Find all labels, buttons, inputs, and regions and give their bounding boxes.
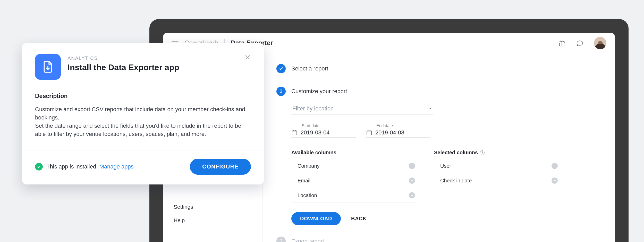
step-2-label: Customize your report: [291, 88, 347, 95]
installed-text: This app is installed.: [46, 163, 98, 170]
selected-columns-title-text: Selected columns: [434, 150, 478, 156]
add-column-button[interactable]: [409, 192, 415, 198]
content: Select a report 2 Customize your report …: [262, 53, 615, 242]
back-button[interactable]: BACK: [351, 216, 367, 222]
svg-rect-7: [367, 131, 371, 135]
column-name: Company: [298, 163, 320, 169]
modal-title: Install the Data Exporter app: [67, 63, 238, 72]
end-date-field[interactable]: End date 2019-04-03: [366, 124, 430, 138]
install-app-modal: ANALYTICS Install the Data Exporter app …: [22, 43, 264, 184]
end-date-value: 2019-04-03: [375, 129, 404, 136]
divider: [22, 150, 264, 150]
available-columns-title: Available columns: [291, 150, 418, 156]
app-icon: [35, 54, 61, 80]
close-icon[interactable]: [244, 54, 251, 62]
selected-columns-title: Selected columns ?: [434, 150, 560, 156]
configure-button[interactable]: CONFIGURE: [190, 159, 251, 175]
installed-status: This app is installed. Manage apps: [35, 163, 134, 171]
add-column-button[interactable]: [409, 163, 415, 169]
help-icon[interactable]: ?: [480, 150, 485, 155]
avatar[interactable]: [594, 37, 606, 49]
check-icon: [35, 163, 43, 171]
sidebar-item-settings[interactable]: Settings: [163, 200, 262, 214]
manage-apps-link[interactable]: Manage apps: [99, 163, 133, 170]
column-name: Email: [298, 178, 310, 184]
chat-icon[interactable]: [576, 39, 584, 47]
step-3-number: 3: [276, 237, 286, 242]
chevron-down-icon: [428, 105, 432, 112]
step-1-label: Select a report: [291, 65, 328, 72]
end-date-label: End date: [366, 124, 430, 128]
calendar-icon: [291, 130, 298, 136]
column-name: Location: [298, 192, 317, 198]
remove-column-button[interactable]: [552, 163, 558, 169]
column-name: User: [440, 163, 451, 169]
filter-location-placeholder: Filter by location: [292, 105, 334, 112]
available-column-item: Company: [291, 159, 418, 173]
step-3-row: 3 Export report: [276, 237, 601, 242]
selected-column-item: User: [434, 159, 560, 173]
calendar-icon: [366, 130, 372, 136]
svg-rect-3: [292, 131, 297, 135]
start-date-value: 2019-03-04: [301, 129, 330, 136]
description-line-1: Customize and export CSV reports that in…: [35, 106, 245, 121]
remove-column-button[interactable]: [552, 178, 558, 184]
start-date-field[interactable]: Start date 2019-03-04: [291, 124, 356, 138]
gift-icon[interactable]: [558, 39, 566, 47]
available-columns: Available columns Company Email: [291, 150, 418, 203]
filter-location-select[interactable]: Filter by location: [291, 103, 433, 115]
step-3-label: Export report: [291, 238, 324, 242]
step-2-number: 2: [276, 87, 286, 96]
modal-category: ANALYTICS: [67, 55, 238, 61]
step-connector-1: [281, 73, 281, 87]
sidebar-item-help[interactable]: Help: [163, 214, 262, 227]
available-column-item: Email: [291, 173, 418, 188]
column-name: Check in date: [440, 178, 472, 184]
start-date-label: Start date: [291, 124, 356, 128]
description-line-2: Set the date range and select the fields…: [35, 123, 241, 137]
download-button[interactable]: DOWNLOAD: [291, 212, 341, 225]
description-heading: Description: [35, 93, 251, 100]
selected-columns: Selected columns ? User Check in date: [434, 150, 560, 203]
step-1-row[interactable]: Select a report: [276, 64, 601, 73]
available-column-item: Location: [291, 188, 418, 203]
add-column-button[interactable]: [409, 178, 415, 184]
selected-column-item: Check in date: [434, 173, 560, 188]
step-2-row: 2 Customize your report: [276, 87, 601, 96]
step-1-check-icon: [276, 64, 286, 73]
description-text: Customize and export CSV reports that in…: [35, 105, 251, 138]
